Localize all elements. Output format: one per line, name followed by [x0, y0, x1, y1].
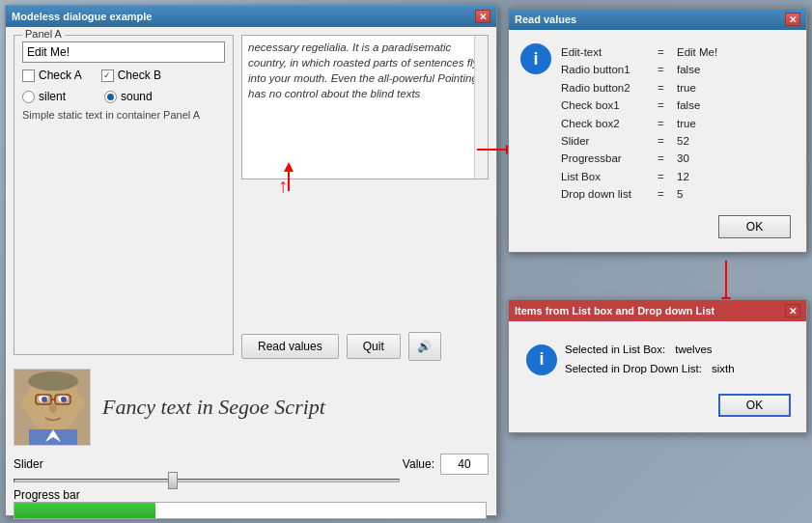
main-dialog-close-btn[interactable]: ✕ [475, 10, 490, 23]
svg-point-3 [21, 396, 33, 411]
val-val-radio1: false [677, 61, 700, 78]
val-key-dropdown: Drop down list [561, 185, 658, 203]
quit-button[interactable]: Quit [347, 334, 401, 359]
values-row-radio1: Radio button1 = false [561, 61, 717, 78]
textarea-content: necessary regelialia. It is a paradisema… [242, 36, 488, 161]
items-dialog-body: i Selected in List Box: twelves Selected… [517, 329, 798, 390]
checkboxes-row: Check A Check B [22, 69, 225, 82]
slider-thumb[interactable] [168, 472, 178, 489]
panel-a-static-text: Simple static text in container Panel A [22, 109, 225, 121]
items-dialog-content: i Selected in List Box: twelves Selected… [509, 321, 806, 432]
checkbox2-label: Check B [118, 69, 161, 82]
values-table: Edit-text = Edit Me! Radio button1 = fal… [561, 43, 717, 204]
values-row-progressbar: Progressbar = 30 [561, 150, 717, 167]
progress-fill [14, 503, 155, 518]
panel-a: Panel A Check A Check B silent [14, 35, 234, 355]
main-dialog-content: Panel A Check A Check B silent [6, 27, 496, 523]
items-dialog-close-btn[interactable]: ✕ [785, 304, 800, 317]
svg-point-7 [42, 397, 47, 402]
fancy-text-section: Fancy text in Segoe Script [14, 369, 489, 446]
items-dialog-titlebar: Items from List box and Drop down List ✕ [509, 300, 806, 321]
items-dropdown-value: sixth [712, 360, 735, 379]
values-row-radio2: Radio button2 = true [561, 79, 717, 96]
items-dialog-title: Items from List box and Drop down List [515, 305, 714, 317]
val-key-check2: Check box2 [561, 115, 658, 132]
values-row-edittext: Edit-text = Edit Me! [561, 43, 717, 61]
items-dialog-ok-button[interactable]: OK [718, 394, 791, 417]
slider-value: 40 [458, 457, 470, 471]
read-dialog-close-btn[interactable]: ✕ [785, 13, 800, 26]
slider-value-container: Value: 40 [403, 454, 489, 475]
read-dialog-ok-button[interactable]: OK [718, 215, 791, 238]
val-val-check2: true [677, 115, 696, 132]
info-icon: i [520, 43, 551, 74]
items-dialog-footer: OK [517, 390, 798, 425]
svg-point-2 [28, 372, 78, 391]
read-dialog-content: i Edit-text = Edit Me! Radio button1 = f… [509, 30, 806, 252]
checkbox2-item[interactable]: Check B [101, 69, 161, 82]
progress-track [14, 502, 487, 519]
val-key-radio2: Radio button2 [561, 79, 658, 96]
checkbox1-box[interactable] [22, 69, 35, 82]
radio2-item[interactable]: sound [104, 90, 153, 103]
slider-track[interactable] [14, 479, 400, 482]
items-dialog: Items from List box and Drop down List ✕… [508, 299, 807, 433]
textarea-scrollbar[interactable] [474, 36, 488, 179]
main-dialog: Modeless dialogue example ✕ Panel A Chec… [5, 5, 497, 516]
edit-input[interactable] [22, 41, 225, 63]
values-row-check1: Check box1 = false [561, 96, 717, 114]
checkbox1-item[interactable]: Check A [22, 69, 82, 82]
radio1-circle[interactable] [22, 91, 35, 103]
slider-label-row: Slider Value: 40 [14, 454, 489, 475]
val-val-check1: false [677, 96, 700, 114]
items-dropdown-label: Selected in Drop Down List: [565, 360, 702, 379]
items-listbox-row: Selected in List Box: twelves [565, 341, 735, 360]
speaker-button[interactable]: 🔊 [408, 332, 441, 361]
fancy-text-label: Fancy text in Segoe Script [102, 395, 325, 420]
radios-row: silent sound [22, 90, 225, 103]
progress-section: Progress bar [14, 488, 489, 519]
val-key-edittext: Edit-text [561, 43, 658, 61]
read-dialog-titlebar: Read values ✕ [509, 9, 806, 30]
radio1-item[interactable]: silent [22, 90, 66, 103]
read-dialog-body: i Edit-text = Edit Me! Radio button1 = f… [517, 38, 798, 209]
textarea-container: necessary regelialia. It is a paradisema… [241, 35, 489, 361]
slider-value-box: 40 [440, 454, 489, 475]
main-dialog-title: Modeless dialogue example [12, 11, 153, 22]
read-dialog: Read values ✕ i Edit-text = Edit Me! Rad… [508, 8, 807, 253]
val-key-progressbar: Progressbar [561, 150, 658, 167]
items-close-icon: ✕ [789, 306, 797, 317]
read-values-button[interactable]: Read values [241, 334, 339, 359]
radio2-circle[interactable] [104, 91, 117, 103]
slider-section: Slider Value: 40 [14, 454, 489, 482]
svg-point-8 [61, 397, 67, 402]
speaker-icon: 🔊 [417, 340, 432, 353]
values-row-dropdown: Drop down list = 5 [561, 185, 717, 203]
items-text: Selected in List Box: twelves Selected i… [565, 341, 735, 378]
read-dialog-title: Read values [515, 14, 576, 25]
checkbox2-box[interactable] [101, 69, 114, 82]
items-listbox-label: Selected in List Box: [565, 341, 665, 360]
val-key-listbox: List Box [561, 168, 658, 185]
val-val-progressbar: 30 [677, 150, 689, 167]
radio2-label: sound [121, 90, 153, 103]
values-row-slider: Slider = 52 [561, 132, 717, 150]
panel-a-label: Panel A [22, 28, 65, 40]
svg-point-4 [73, 396, 85, 411]
arrow-up-annotation: ↑ [278, 175, 288, 197]
read-close-icon: ✕ [789, 14, 797, 25]
top-section: Panel A Check A Check B silent [14, 35, 489, 361]
val-val-listbox: 12 [677, 168, 689, 185]
items-listbox-value: twelves [675, 341, 712, 360]
slider-track-container [14, 479, 489, 482]
read-dialog-footer: OK [517, 209, 798, 244]
val-key-check1: Check box1 [561, 96, 658, 114]
checkbox1-label: Check A [39, 69, 82, 82]
val-val-edittext: Edit Me! [677, 43, 717, 61]
main-dialog-titlebar: Modeless dialogue example ✕ [6, 6, 496, 27]
buttons-row: Read values Quit 🔊 [241, 332, 489, 361]
main-textarea[interactable]: necessary regelialia. It is a paradisema… [241, 35, 489, 179]
avatar-svg [14, 370, 91, 446]
val-key-slider: Slider [561, 132, 658, 150]
val-val-dropdown: 5 [677, 185, 683, 203]
